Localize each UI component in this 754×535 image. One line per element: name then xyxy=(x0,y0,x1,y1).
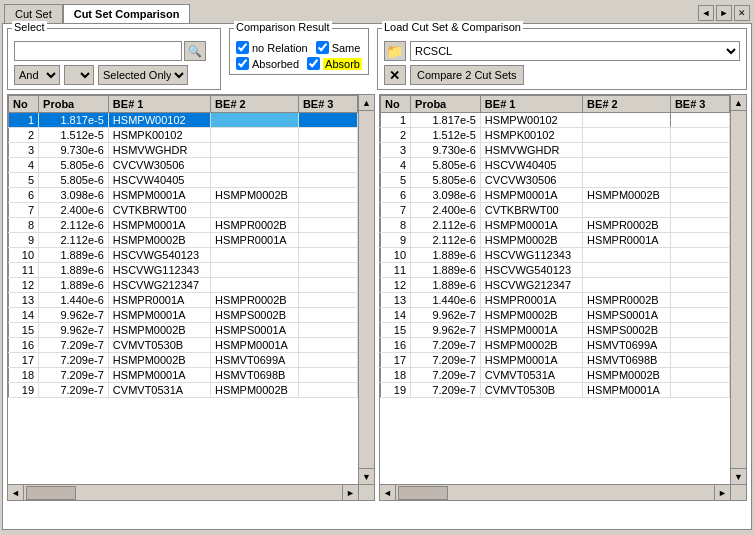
right-table-row[interactable]: 177.209e-7HSMPM0001AHSMVT0698B xyxy=(381,353,730,368)
right-scroll-left[interactable]: ◄ xyxy=(380,485,396,500)
right-col-be3: BE# 3 xyxy=(670,96,729,113)
left-table-row[interactable]: 45.805e-6CVCVW30506 xyxy=(9,158,358,173)
left-cell-be3 xyxy=(298,293,357,308)
left-table-row[interactable]: 111.889e-6HSCVWG112343 xyxy=(9,263,358,278)
nav-prev-button[interactable]: ◄ xyxy=(698,5,714,21)
absorb-checkbox-label[interactable]: Absorb xyxy=(307,57,362,70)
left-table-row[interactable]: 55.805e-6HSCVW40405 xyxy=(9,173,358,188)
left-cell-be2 xyxy=(211,113,299,128)
left-cell-proba: 9.730e-6 xyxy=(39,143,109,158)
left-scroll-down[interactable]: ▼ xyxy=(359,468,374,484)
right-scroll-down[interactable]: ▼ xyxy=(731,468,746,484)
filter-select[interactable]: Selected Only xyxy=(98,65,188,85)
right-scroll-right[interactable]: ► xyxy=(714,485,730,500)
left-cell-proba: 1.889e-6 xyxy=(39,263,109,278)
left-table-row[interactable]: 92.112e-6HSMPM0002BHSMPR0001A xyxy=(9,233,358,248)
left-table-row[interactable]: 11.817e-5HSMPW00102 xyxy=(9,113,358,128)
right-cell-proba: 9.730e-6 xyxy=(411,143,481,158)
right-col-be2: BE# 2 xyxy=(583,96,671,113)
right-table-row[interactable]: 82.112e-6HSMPM0001AHSMPR0002B xyxy=(381,218,730,233)
left-table-row[interactable]: 21.512e-5HSMPK00102 xyxy=(9,128,358,143)
empty-select[interactable] xyxy=(64,65,94,85)
left-scroll-up[interactable]: ▲ xyxy=(359,95,374,111)
left-table-row[interactable]: 82.112e-6HSMPM0001AHSMPR0002B xyxy=(9,218,358,233)
right-table-row[interactable]: 101.889e-6HSCVWG112343 xyxy=(381,248,730,263)
left-cell-no: 18 xyxy=(9,368,39,383)
left-table-row[interactable]: 121.889e-6HSCVWG212347 xyxy=(9,278,358,293)
right-cell-proba: 3.098e-6 xyxy=(411,188,481,203)
right-col-be1: BE# 1 xyxy=(480,96,582,113)
left-table-row[interactable]: 167.209e-7CVMVT0530BHSMPM0001A xyxy=(9,338,358,353)
left-cell-be2: HSMPM0001A xyxy=(211,338,299,353)
x-button[interactable]: ✕ xyxy=(384,65,406,85)
right-table-row[interactable]: 72.400e-6CVTKBRWT00 xyxy=(381,203,730,218)
absorbed-checkbox-label[interactable]: Absorbed xyxy=(236,57,299,70)
left-cell-proba: 1.512e-5 xyxy=(39,128,109,143)
left-cell-be2: HSMPM0002B xyxy=(211,383,299,398)
left-cell-be3 xyxy=(298,308,357,323)
left-table-row[interactable]: 159.962e-7HSMPM0002BHSMPS0001A xyxy=(9,323,358,338)
right-table-row[interactable]: 45.805e-6HSCVW40405 xyxy=(381,158,730,173)
same-checkbox[interactable] xyxy=(316,41,329,54)
absorbed-checkbox[interactable] xyxy=(236,57,249,70)
folder-button[interactable]: 📁 xyxy=(384,41,406,61)
rcscl-select[interactable]: RCSCL xyxy=(410,41,740,61)
right-cell-be2: HSMPS0002B xyxy=(583,323,671,338)
tab-cut-set-comparison[interactable]: Cut Set Comparison xyxy=(63,4,191,23)
left-table: No Proba BE# 1 BE# 2 BE# 3 11.817e-5HSMP… xyxy=(8,95,358,398)
right-table-row[interactable]: 92.112e-6HSMPM0002BHSMPR0001A xyxy=(381,233,730,248)
right-col-proba: Proba xyxy=(411,96,481,113)
left-table-row[interactable]: 131.440e-6HSMPR0001AHSMPR0002B xyxy=(9,293,358,308)
absorb-checkbox[interactable] xyxy=(307,57,320,70)
compare-button[interactable]: Compare 2 Cut Sets xyxy=(410,65,524,85)
right-table-row[interactable]: 21.512e-5HSMPK00102 xyxy=(381,128,730,143)
search-input[interactable] xyxy=(14,41,182,61)
left-cell-proba: 1.817e-5 xyxy=(39,113,109,128)
left-table-row[interactable]: 101.889e-6HSCVWG540123 xyxy=(9,248,358,263)
left-cell-be1: HSMPM0002B xyxy=(108,353,210,368)
left-table-row[interactable]: 149.962e-7HSMPM0001AHSMPS0002B xyxy=(9,308,358,323)
left-table-row[interactable]: 72.400e-6CVTKBRWT00 xyxy=(9,203,358,218)
right-table-row[interactable]: 11.817e-5HSMPW00102 xyxy=(381,113,730,128)
right-cell-proba: 7.209e-7 xyxy=(411,338,481,353)
left-table-row[interactable]: 187.209e-7HSMPM0001AHSMVT0698B xyxy=(9,368,358,383)
left-cell-no: 14 xyxy=(9,308,39,323)
right-table-row[interactable]: 167.209e-7HSMPM0002BHSMVT0699A xyxy=(381,338,730,353)
right-table-row[interactable]: 131.440e-6HSMPR0001AHSMPR0002B xyxy=(381,293,730,308)
same-checkbox-label[interactable]: Same xyxy=(316,41,361,54)
right-table-row[interactable]: 121.889e-6HSCVWG212347 xyxy=(381,278,730,293)
search-button[interactable]: 🔍 xyxy=(184,41,206,61)
left-cell-be2: HSMPR0002B xyxy=(211,293,299,308)
right-cell-no: 8 xyxy=(381,218,411,233)
right-table-row[interactable]: 149.962e-7HSMPM0002BHSMPS0001A xyxy=(381,308,730,323)
no-relation-checkbox[interactable] xyxy=(236,41,249,54)
left-table-row[interactable]: 39.730e-6HSMVWGHDR xyxy=(9,143,358,158)
right-table-row[interactable]: 187.209e-7CVMVT0531AHSMPM0002B xyxy=(381,368,730,383)
left-cell-be3 xyxy=(298,383,357,398)
right-table-row[interactable]: 111.889e-6HSCVWG540123 xyxy=(381,263,730,278)
right-cell-no: 17 xyxy=(381,353,411,368)
right-scroll-up[interactable]: ▲ xyxy=(731,95,746,111)
right-cell-no: 7 xyxy=(381,203,411,218)
left-cell-be1: HSMPR0001A xyxy=(108,293,210,308)
close-button[interactable]: ✕ xyxy=(734,5,750,21)
left-cell-be1: HSCVWG540123 xyxy=(108,248,210,263)
left-scroll-left[interactable]: ◄ xyxy=(8,485,24,500)
left-table-row[interactable]: 177.209e-7HSMPM0002BHSMVT0699A xyxy=(9,353,358,368)
right-table-row[interactable]: 55.805e-6CVCVW30506 xyxy=(381,173,730,188)
left-cell-proba: 2.400e-6 xyxy=(39,203,109,218)
and-select[interactable]: And xyxy=(14,65,60,85)
right-cell-proba: 7.209e-7 xyxy=(411,353,481,368)
right-table-row[interactable]: 159.962e-7HSMPM0001AHSMPS0002B xyxy=(381,323,730,338)
right-table-row[interactable]: 197.209e-7CVMVT0530BHSMPM0001A xyxy=(381,383,730,398)
left-cell-be1: CVCVW30506 xyxy=(108,158,210,173)
nav-next-button[interactable]: ► xyxy=(716,5,732,21)
right-table-row[interactable]: 63.098e-6HSMPM0001AHSMPM0002B xyxy=(381,188,730,203)
left-scroll-right[interactable]: ► xyxy=(342,485,358,500)
no-relation-checkbox-label[interactable]: no Relation xyxy=(236,41,308,54)
right-table-row[interactable]: 39.730e-6HSMVWGHDR xyxy=(381,143,730,158)
left-table-row[interactable]: 63.098e-6HSMPM0001AHSMPM0002B xyxy=(9,188,358,203)
left-cell-no: 15 xyxy=(9,323,39,338)
right-cell-be1: HSMPW00102 xyxy=(480,113,582,128)
left-table-row[interactable]: 197.209e-7CVMVT0531AHSMPM0002B xyxy=(9,383,358,398)
